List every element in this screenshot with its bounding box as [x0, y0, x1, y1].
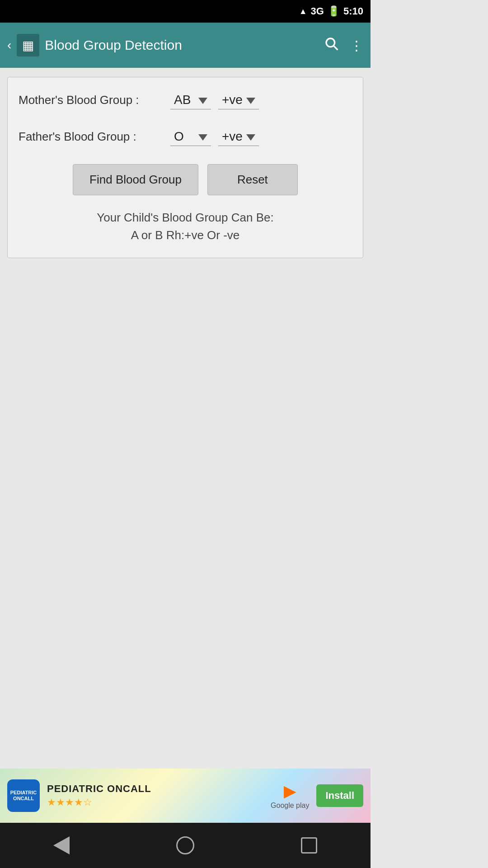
status-bar: ▲ 3G 🔋 5:10 [0, 0, 371, 23]
ad-app-name: PEDIATRIC ONCALL [47, 783, 263, 795]
ad-play-section: ▶ Google play [271, 782, 309, 810]
father-rh-dropdown[interactable]: +ve [218, 127, 259, 146]
nav-home-button[interactable] [176, 836, 194, 854]
nav-bar [0, 823, 371, 868]
father-blood-group-dropdown[interactable]: O [170, 127, 211, 146]
blood-group-card: Mother's Blood Group : AB +ve Father's B… [7, 77, 363, 258]
father-rh-arrow-icon [246, 134, 255, 141]
mother-rh-value: +ve [222, 93, 244, 107]
mother-blood-group-value: AB [174, 93, 197, 107]
reset-button[interactable]: Reset [207, 164, 298, 195]
clock: 5:10 [343, 5, 363, 17]
google-play-label: Google play [271, 802, 309, 810]
result-line1: Your Child's Blood Group Can Be: [19, 209, 352, 226]
app-icon: ▦ [17, 34, 39, 57]
ad-logo: PEDIATRICONCALL [7, 779, 40, 812]
home-icon [176, 836, 194, 854]
ad-logo-text: PEDIATRICONCALL [9, 788, 38, 803]
action-buttons-row: Find Blood Group Reset [19, 164, 352, 195]
back-button[interactable]: ‹ [7, 38, 11, 52]
result-line2: A or B Rh:+ve Or -ve [19, 226, 352, 244]
install-button[interactable]: Install [316, 784, 363, 807]
app-bar-title: Blood Group Detection [45, 38, 319, 53]
google-play-icon: ▶ [284, 782, 296, 801]
mother-blood-group-row: Mother's Blood Group : AB +ve [19, 91, 352, 109]
mother-blood-group-dropdown[interactable]: AB [170, 91, 211, 109]
father-blood-group-row: Father's Blood Group : O +ve [19, 127, 352, 146]
overflow-menu-button[interactable]: ⋮ [350, 38, 363, 53]
father-blood-group-arrow-icon [198, 134, 207, 141]
battery-icon: 🔋 [328, 5, 340, 17]
ad-banner: PEDIATRICONCALL PEDIATRIC ONCALL ★★★★☆ ▶… [0, 769, 371, 823]
ad-info: PEDIATRIC ONCALL ★★★★☆ [47, 783, 263, 808]
result-section: Your Child's Blood Group Can Be: A or B … [19, 209, 352, 244]
network-signal-icon: ▲ [299, 7, 307, 16]
app-bar-actions: ⋮ [324, 37, 363, 54]
mother-rh-arrow-icon [246, 98, 255, 104]
back-icon [53, 836, 70, 854]
mother-blood-group-label: Mother's Blood Group : [19, 93, 163, 107]
search-button[interactable] [324, 37, 339, 54]
ad-rating-stars: ★★★★☆ [47, 797, 263, 808]
svg-point-0 [326, 38, 335, 47]
mother-rh-dropdown[interactable]: +ve [218, 91, 259, 109]
main-content: Mother's Blood Group : AB +ve Father's B… [0, 68, 371, 267]
father-rh-value: +ve [222, 129, 244, 144]
father-blood-group-label: Father's Blood Group : [19, 130, 163, 144]
grid-icon: ▦ [22, 38, 34, 53]
father-blood-group-value: O [174, 129, 197, 144]
nav-recent-button[interactable] [301, 837, 317, 854]
mother-blood-group-arrow-icon [198, 98, 207, 104]
find-blood-group-button[interactable]: Find Blood Group [73, 164, 198, 195]
app-bar: ‹ ▦ Blood Group Detection ⋮ [0, 23, 371, 68]
svg-line-1 [334, 46, 338, 50]
recent-icon [301, 837, 317, 854]
nav-back-button[interactable] [53, 836, 70, 854]
network-type: 3G [311, 5, 324, 17]
